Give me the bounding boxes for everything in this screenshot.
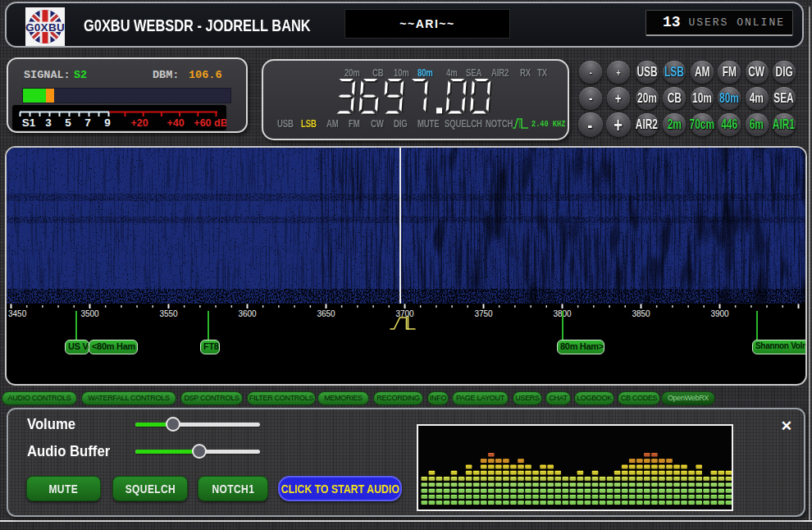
svg-text:G0XBU: G0XBU: [25, 21, 65, 34]
svg-text:5: 5: [65, 117, 71, 129]
svg-text:9: 9: [104, 117, 111, 129]
svg-text:S1: S1: [22, 117, 36, 129]
svg-text:+20: +20: [130, 117, 148, 129]
svg-text:7: 7: [84, 117, 91, 129]
svg-text:+40: +40: [167, 117, 184, 129]
svg-text:3: 3: [45, 117, 52, 129]
svg-text:+60 dB: +60 dB: [194, 117, 226, 129]
